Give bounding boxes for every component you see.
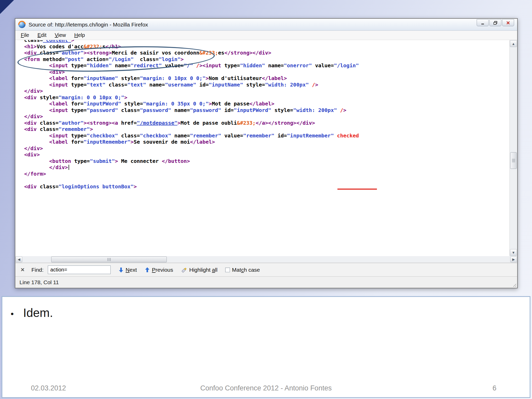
code-line: </div> xyxy=(24,113,509,120)
restore-button[interactable] xyxy=(489,19,501,26)
code-line: </div> xyxy=(24,164,509,171)
vertical-scroll-thumb[interactable] xyxy=(510,152,517,169)
code-line: </div> xyxy=(24,145,509,152)
vertical-scroll-track[interactable] xyxy=(510,47,517,249)
highlight-all-button[interactable]: Highlight all xyxy=(181,267,218,273)
minimize-icon xyxy=(481,21,485,25)
find-next-label: Next xyxy=(126,267,137,273)
menubar: FileEditViewHelp xyxy=(15,31,517,40)
bullet-item: • Idem. xyxy=(2,297,530,320)
code-line: <input type="checkbox" class="checkbox" … xyxy=(24,132,509,139)
menu-view[interactable]: View xyxy=(51,31,69,39)
code-line xyxy=(24,177,509,183)
scroll-down-icon[interactable]: ▼ xyxy=(510,249,517,256)
close-button[interactable] xyxy=(502,19,514,26)
find-label: Find: xyxy=(31,267,44,273)
find-previous-label: Previous xyxy=(152,267,173,273)
minimize-button[interactable] xyxy=(477,19,489,26)
find-next-button[interactable]: Next xyxy=(118,267,137,273)
code-line: <input type="hidden" name="redirect" val… xyxy=(24,62,509,69)
text-caret xyxy=(69,165,69,170)
window-titlebar[interactable]: Source of: http://letemps.ch/login - Moz… xyxy=(15,19,517,31)
resize-grip[interactable] xyxy=(512,282,516,287)
slide-footer: 02.03.2012 Confoo Conference 2012 - Anto… xyxy=(2,384,530,393)
code-line: <input type="password" class="password" … xyxy=(24,107,509,114)
code-line: <label for="inputPWord" style="margin: 0… xyxy=(24,101,509,107)
cursor-position-text: Line 178, Col 11 xyxy=(19,279,59,285)
highlight-all-label: Highlight all xyxy=(189,267,218,273)
footer-page-number: 6 xyxy=(493,384,496,392)
up-arrow-icon xyxy=(145,267,150,273)
find-input[interactable] xyxy=(48,265,111,274)
source-view: class="content"><h1>Vos codes d'acc&#232… xyxy=(15,40,517,256)
horizontal-scroll-track[interactable] xyxy=(23,256,510,262)
close-icon xyxy=(506,21,510,25)
code-line: <div class="author"><strong><a href="/mo… xyxy=(24,120,509,126)
scroll-up-icon[interactable]: ▲ xyxy=(510,40,517,47)
code-line: </form> xyxy=(24,171,509,177)
code-line: <form method="post" action="/Login" clas… xyxy=(24,56,509,63)
code-content: class="content"><h1>Vos codes d'acc&#232… xyxy=(15,40,509,190)
code-line: <label for="inputName" style="margin: 0 … xyxy=(24,75,509,82)
code-line: </div> xyxy=(24,88,509,94)
match-case-option[interactable]: Match case xyxy=(225,267,260,273)
bullet-icon: • xyxy=(11,309,14,319)
window-controls xyxy=(477,19,514,26)
scroll-right-icon[interactable]: ▶ xyxy=(510,256,517,262)
code-line: <div class="author"><strong>Merci de sai… xyxy=(24,50,509,56)
find-close-icon[interactable]: ✕ xyxy=(21,267,25,273)
code-line: <label for="inputRemember">Se souvenir d… xyxy=(24,139,509,145)
code-line: <div class="loginOptions buttonBox"> xyxy=(24,183,509,190)
bullet-text: Idem. xyxy=(23,306,53,320)
code-line: <div> xyxy=(24,151,509,158)
slide-content-box: • Idem. 02.03.2012 Confoo Conference 201… xyxy=(2,296,530,398)
firefox-icon xyxy=(18,21,25,28)
slide-corner-decoration xyxy=(0,0,14,14)
find-previous-button[interactable]: Previous xyxy=(145,267,173,273)
firefox-source-window: Source of: http://letemps.ch/login - Moz… xyxy=(15,18,518,288)
code-line: <h1>Vos codes d'acc&#232;s</h1> xyxy=(24,43,509,50)
menu-file[interactable]: File xyxy=(17,31,32,39)
menu-edit[interactable]: Edit xyxy=(34,31,50,39)
down-arrow-icon xyxy=(118,267,124,273)
code-line: <div class="remember"> xyxy=(24,126,509,132)
footer-title: Confoo Conference 2012 - Antonio Fontes xyxy=(2,384,530,392)
thumb-grip xyxy=(109,258,109,261)
slide-page: Source of: http://letemps.ch/login - Moz… xyxy=(0,0,532,399)
code-area[interactable]: class="content"><h1>Vos codes d'acc&#232… xyxy=(15,40,509,256)
match-case-label: Match case xyxy=(232,267,260,273)
window-title: Source of: http://letemps.ch/login - Moz… xyxy=(29,22,148,28)
match-case-checkbox[interactable] xyxy=(225,268,230,272)
restore-icon xyxy=(493,21,497,25)
statusbar: Line 178, Col 11 xyxy=(15,276,517,288)
code-line: class="content"> xyxy=(24,40,509,43)
red-underline-artifact xyxy=(337,189,377,190)
thumb-grip xyxy=(512,160,515,161)
horizontal-scroll-thumb[interactable] xyxy=(51,256,167,262)
code-line: <div style="margin: 0 0 10px 0;"> xyxy=(24,94,509,101)
vertical-scrollbar[interactable]: ▲ ▼ xyxy=(509,40,517,256)
menu-help[interactable]: Help xyxy=(71,31,88,39)
code-line: <input type="text" class="text" name="us… xyxy=(24,82,509,88)
code-line: <div> xyxy=(24,69,509,75)
highlighter-icon xyxy=(181,267,187,273)
code-line: <button type="submit"> Me connecter </bu… xyxy=(24,158,509,164)
find-toolbar: ✕ Find: Next Previous Highlight all xyxy=(15,263,517,276)
scroll-left-icon[interactable]: ◀ xyxy=(16,256,22,262)
horizontal-scrollbar[interactable]: ◀ ▶ xyxy=(15,256,517,263)
